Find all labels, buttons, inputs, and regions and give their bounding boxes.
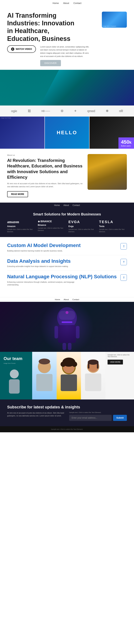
- team-label-box: Our team Image from Pexels: [0, 352, 32, 400]
- partners-title: Smart Solutions for Modern Businesses: [7, 212, 127, 216]
- about-desc: At vero eos et accusam et justo duo dolo…: [7, 182, 83, 188]
- nav-contact[interactable]: Contact: [73, 2, 81, 4]
- svg-point-25: [63, 359, 68, 364]
- service-1: Custom AI Model Development Building tai…: [7, 242, 127, 255]
- hero-title: AI Transforming Industries: Innovation i…: [7, 12, 75, 42]
- hero-image-label: Image from Unsplash: [102, 25, 116, 27]
- robot-illustration: [88, 154, 127, 190]
- footer: Sample text. Click to select the Text El…: [0, 426, 134, 432]
- discover-button[interactable]: DISCOVER: [40, 60, 61, 66]
- mini-nav-home[interactable]: Home: [55, 298, 60, 300]
- tesla-desc: Sample text. Click to select the Text El…: [99, 228, 127, 233]
- submit-button[interactable]: Submit: [113, 415, 127, 421]
- evga-logo: EVGA: [68, 220, 96, 224]
- svg-point-18: [39, 358, 50, 364]
- footer-text: Sample text. Click to select the Text El…: [7, 428, 127, 430]
- logo-hd: HD ——: [41, 110, 50, 112]
- robot-section: [0, 302, 134, 352]
- team-member-woman: [81, 352, 105, 400]
- svg-rect-28: [85, 374, 101, 391]
- logo-ogie: ogie: [11, 109, 17, 113]
- team-label: Our team: [4, 356, 29, 361]
- stat-number: 450k: [121, 139, 131, 145]
- about-robot-image: [88, 154, 127, 190]
- about-label: About us: [7, 154, 83, 156]
- svg-rect-16: [36, 374, 53, 391]
- play-icon: [11, 48, 14, 51]
- team-extra-box: Sample text. Click to select the Text El…: [105, 352, 134, 400]
- partners-section: Smart Solutions for Modern Businesses am…: [0, 208, 134, 237]
- hello-text: HELLO: [57, 130, 77, 136]
- logo-gear: ⚙: [61, 109, 63, 113]
- logos-section: ogie ⛓ HD —— ⚙ ✦ qmed ❋ nR: [0, 106, 134, 116]
- svg-rect-31: [88, 362, 89, 368]
- svg-rect-20: [61, 374, 77, 391]
- logo-chain: ⛓: [28, 109, 31, 113]
- vr-banner: [0, 70, 134, 106]
- evga-name: Evga: [68, 225, 96, 228]
- team-photos: [32, 352, 105, 400]
- service-3: Natural Language Processing (NLP) Soluti…: [7, 274, 127, 289]
- hero-body-text: Lorem ipsum dolor sit amet, consectetur …: [40, 45, 90, 58]
- service-2-title: Data Analysis and Insights: [7, 258, 118, 264]
- service-3-arrow[interactable]: ↗: [120, 274, 127, 281]
- about-section: About us AI Revolution: Transforming Hea…: [0, 149, 134, 202]
- gallery-item-3: 450k Active users: [89, 116, 134, 149]
- arrow-icon-3: ↗: [122, 276, 126, 280]
- dark-nav: Home About Contact: [0, 202, 134, 208]
- email-input[interactable]: [69, 415, 112, 421]
- subscribe-title: Subscribe for latest updates & insights: [7, 405, 127, 410]
- team-member-male: [32, 352, 57, 400]
- stat-k: k: [129, 140, 131, 144]
- amazon-logo: amazon: [7, 220, 35, 224]
- mini-nav-about[interactable]: About: [64, 298, 69, 300]
- service-3-desc: Enhancing customer interactions through …: [7, 281, 79, 286]
- view-more-button[interactable]: VIEW MORE: [107, 360, 123, 364]
- mini-nav-contact[interactable]: Contact: [72, 298, 79, 300]
- nav-home[interactable]: Home: [53, 2, 59, 4]
- mini-nav: Home About Contact: [0, 297, 134, 302]
- svg-point-13: [10, 370, 19, 378]
- service-1-arrow[interactable]: ↗: [120, 243, 127, 250]
- arrow-icon-1: ↗: [122, 244, 126, 248]
- logo-bb: ❋: [106, 109, 108, 113]
- tesla-logo: TESLA: [99, 220, 127, 224]
- tesla-name: Tesla: [99, 225, 127, 228]
- evga-desc: Sample text. Click to select the Text El…: [68, 228, 96, 233]
- services-section: Custom AI Model Development Building tai…: [0, 237, 134, 297]
- binance-desc: Sample text. Click to select the Text El…: [38, 227, 66, 232]
- main-nav: Home About Contact: [0, 0, 134, 6]
- team-section: Our team Image from Pexels: [0, 352, 134, 400]
- service-1-title: Custom AI Model Development: [7, 242, 118, 248]
- team-sublabel: Image from Pexels: [4, 362, 29, 364]
- service-2: Data Analysis and Insights Extracting ac…: [7, 258, 127, 271]
- robot-glow: [40, 302, 94, 352]
- subscribe-sample: Sample text. Click to select the Text El…: [69, 412, 127, 414]
- gallery-section: Image from Pexels HELLO 450k Active user…: [0, 116, 134, 149]
- stat-box: 450k Active users: [118, 138, 134, 149]
- subscribe-desc: At vero eos et accusam et justo duo dolo…: [7, 412, 65, 417]
- watch-video-button[interactable]: WATCH VIDEO: [7, 45, 36, 53]
- service-2-arrow[interactable]: ↗: [120, 259, 127, 265]
- subscribe-section: Subscribe for latest updates & insights …: [0, 400, 134, 426]
- logo-nr: nR: [119, 109, 123, 113]
- logo-qmed: qmed: [87, 109, 95, 113]
- dark-nav-home[interactable]: Home: [54, 204, 60, 206]
- team-member-female-curly: [57, 352, 81, 400]
- dark-nav-contact[interactable]: Contact: [73, 204, 80, 206]
- svg-rect-14: [9, 379, 20, 394]
- svg-point-26: [70, 359, 74, 364]
- partner-binance: ◈ BINANCE Binance Sample text. Click to …: [38, 220, 66, 233]
- hero-image: Image from Unsplash: [102, 12, 127, 28]
- dark-nav-about[interactable]: About: [63, 204, 69, 206]
- nav-about[interactable]: About: [63, 2, 69, 4]
- gallery-img-label: Image from Pexels: [1, 117, 11, 118]
- read-more-button[interactable]: READ MORE: [7, 191, 28, 197]
- service-1-desc: Building tailored machine learning model…: [7, 250, 79, 252]
- stat-label: Active users: [121, 145, 131, 147]
- partner-amazon: amazon Amazon Sample text. Click to sele…: [7, 220, 35, 233]
- service-3-title: Natural Language Processing (NLP) Soluti…: [7, 274, 118, 280]
- amazon-name: Amazon: [7, 225, 35, 228]
- binance-logo: ◈ BINANCE: [38, 220, 66, 223]
- about-title: AI Revolution: Transforming Healthcare, …: [7, 158, 83, 180]
